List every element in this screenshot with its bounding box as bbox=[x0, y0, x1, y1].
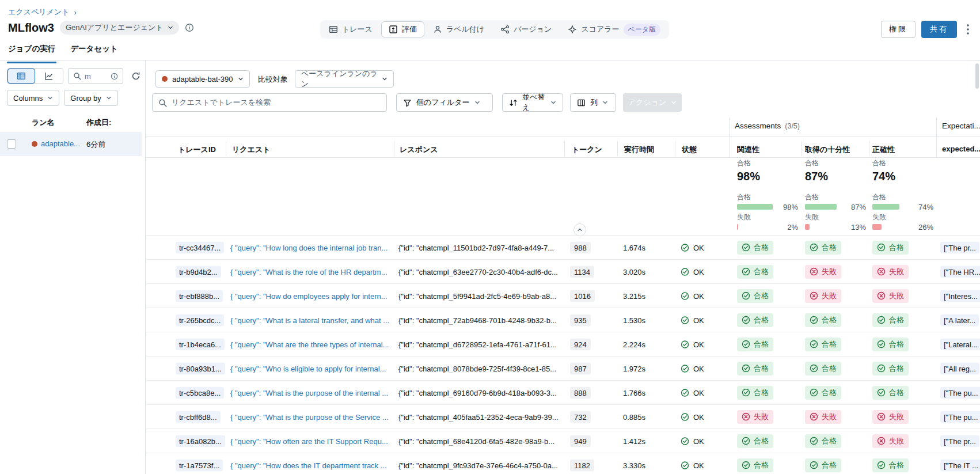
trace-id-cell[interactable]: tr-cc34467... bbox=[176, 241, 224, 253]
tab-versions[interactable]: バージョン bbox=[493, 21, 559, 37]
run-selector-dropdown[interactable]: adaptable-bat-390 bbox=[155, 70, 250, 88]
trace-id-pill[interactable]: tr-80a93b1... bbox=[176, 362, 225, 374]
table-columns-button[interactable]: 列 bbox=[570, 93, 616, 112]
request-link[interactable]: { "query": "What is a lateral transfer, … bbox=[230, 316, 389, 324]
trace-table-row[interactable]: tr-b9d4b2...{ "query": "What is the role… bbox=[146, 259, 980, 283]
request-link[interactable]: { "query": "Who is eligible to apply for… bbox=[230, 364, 386, 373]
info-icon[interactable] bbox=[111, 73, 118, 80]
filter-button-label: 個のフィルター bbox=[416, 97, 470, 108]
trace-id-pill[interactable]: tr-1a7573f... bbox=[176, 459, 223, 471]
x-circle-icon bbox=[742, 412, 750, 421]
pass-badge: 合格 bbox=[872, 386, 909, 400]
breadcrumb-link[interactable]: エクスペリメント bbox=[8, 7, 69, 17]
trace-id-pill[interactable]: tr-cc34467... bbox=[176, 241, 224, 253]
tab-evaluations[interactable]: 評価 bbox=[381, 21, 424, 37]
col-header-duration[interactable]: 実行時間 bbox=[624, 145, 654, 157]
request-link[interactable]: { "query": "What is the purpose of the i… bbox=[230, 388, 388, 397]
trace-table-row[interactable]: tr-265bcdc...{ "query": "What is a later… bbox=[146, 308, 980, 332]
trace-table-row[interactable]: tr-80a93b1...{ "query": "Who is eligible… bbox=[146, 356, 980, 380]
request-link[interactable]: { "query": "What are the three types of … bbox=[230, 340, 389, 348]
trace-id-cell[interactable]: tr-b9d4b2... bbox=[176, 266, 221, 278]
correctness-cell: 失敗 bbox=[872, 410, 909, 424]
col-header-sufficiency[interactable]: 取得の十分性 bbox=[805, 145, 850, 157]
trace-id-cell[interactable]: tr-80a93b1... bbox=[176, 362, 225, 374]
col-header-correctness[interactable]: 正確性 bbox=[872, 145, 895, 157]
trace-table-row[interactable]: tr-16a082b...{ "query": "How often are t… bbox=[146, 429, 980, 453]
run-name-link[interactable]: adaptable... bbox=[41, 139, 80, 148]
trace-id-cell[interactable]: tr-ebf888b... bbox=[176, 290, 223, 302]
badge-label: 合格 bbox=[754, 460, 769, 471]
chevron-down-icon bbox=[550, 100, 556, 105]
info-icon[interactable] bbox=[185, 23, 194, 32]
collapse-summary-button[interactable] bbox=[573, 223, 586, 236]
request-link[interactable]: { "query": "What is the purpose of the S… bbox=[230, 412, 389, 421]
trace-id-cell[interactable]: tr-c5bca8e... bbox=[176, 386, 224, 399]
sort-button[interactable]: 並べ替え bbox=[502, 93, 563, 112]
share-button[interactable]: 共有 bbox=[921, 21, 957, 38]
trace-search-placeholder: リクエストでトレースを検索 bbox=[172, 97, 271, 108]
col-header-tokens[interactable]: トークン bbox=[572, 145, 602, 157]
permissions-button[interactable]: 権限 bbox=[881, 21, 916, 38]
request-link[interactable]: { "query": "How does the IT department t… bbox=[230, 461, 387, 469]
run-search-input[interactable]: m bbox=[68, 68, 123, 84]
breadcrumb[interactable]: エクスペリメント › bbox=[8, 7, 77, 17]
trace-table-row[interactable]: tr-cc34467...{ "query": "How long does t… bbox=[146, 235, 980, 259]
response-cell: {"id": "chatcmpl_63ee2770-2c30-40b4-adf6… bbox=[398, 267, 558, 276]
trace-id-pill[interactable]: tr-c5bca8e... bbox=[176, 386, 224, 399]
trace-id-pill[interactable]: tr-b9d4b2... bbox=[176, 266, 221, 278]
tab-runs[interactable]: ジョブの実行 bbox=[8, 44, 55, 60]
columns-dropdown[interactable]: Columns bbox=[7, 90, 59, 106]
col-header-status[interactable]: 状態 bbox=[682, 145, 697, 157]
run-row[interactable]: adaptable... 6分前 bbox=[0, 132, 142, 156]
kebab-menu-icon[interactable] bbox=[963, 21, 973, 38]
groupby-dropdown[interactable]: Group by bbox=[64, 90, 117, 106]
trace-id-cell[interactable]: tr-1b4eca6... bbox=[176, 338, 225, 350]
trace-id-pill[interactable]: tr-265bcdc... bbox=[176, 314, 224, 326]
trace-id-cell[interactable]: tr-1a7573f... bbox=[176, 459, 223, 471]
trace-id-pill[interactable]: tr-16a082b... bbox=[176, 435, 225, 447]
tab-datasets[interactable]: データセット bbox=[70, 44, 118, 60]
badge-label: 失敗 bbox=[822, 267, 837, 277]
request-link[interactable]: { "query": "How often are the IT Support… bbox=[230, 437, 388, 445]
tab-labeling[interactable]: ラベル付け bbox=[426, 21, 492, 37]
request-link[interactable]: { "query": "How long does the internal j… bbox=[230, 243, 388, 252]
fail-badge: 失敗 bbox=[872, 289, 909, 303]
badge-label: 合格 bbox=[822, 242, 837, 253]
chart-view-button[interactable] bbox=[35, 69, 63, 84]
trace-table-row[interactable]: tr-1a7573f...{ "query": "How does the IT… bbox=[146, 453, 980, 474]
refresh-button[interactable] bbox=[128, 68, 144, 84]
trace-search-input[interactable]: リクエストでトレースを検索 bbox=[152, 93, 387, 112]
correctness-cell: 合格 bbox=[872, 362, 909, 376]
experiment-type-selector[interactable]: GenAIアプリとエージェント bbox=[60, 21, 179, 35]
run-checkbox[interactable] bbox=[7, 139, 16, 149]
run-color-dot bbox=[162, 76, 168, 82]
check-circle-icon bbox=[742, 316, 750, 324]
filter-button[interactable]: 個のフィルター bbox=[396, 93, 493, 112]
trace-id-cell[interactable]: tr-cbff6d8... bbox=[176, 411, 221, 423]
duration-cell: 1.766s bbox=[623, 388, 645, 397]
trace-table-row[interactable]: tr-ebf888b...{ "query": "How do employee… bbox=[146, 283, 980, 308]
list-view-button[interactable] bbox=[7, 69, 35, 84]
scrollbar-thumb[interactable] bbox=[975, 63, 979, 89]
request-link[interactable]: { "query": "What is the role of the HR d… bbox=[230, 267, 388, 276]
col-header-expected[interactable]: expected... bbox=[942, 145, 980, 157]
pass-badge: 合格 bbox=[805, 241, 841, 255]
tab-scorers[interactable]: スコアラー ベータ版 bbox=[560, 21, 668, 37]
trace-table-row[interactable]: tr-c5bca8e...{ "query": "What is the pur… bbox=[146, 380, 980, 404]
trace-id-pill[interactable]: tr-1b4eca6... bbox=[176, 338, 225, 350]
trace-id-cell[interactable]: tr-265bcdc... bbox=[176, 314, 224, 326]
tab-traces[interactable]: トレース bbox=[321, 21, 380, 37]
trace-table-row[interactable]: tr-cbff6d8...{ "query": "What is the pur… bbox=[146, 404, 980, 429]
trace-id-pill[interactable]: tr-cbff6d8... bbox=[176, 411, 221, 423]
col-header-trace-id[interactable]: トレースID bbox=[178, 145, 216, 157]
baseline-selector-dropdown[interactable]: ベースラインランのラン bbox=[295, 70, 394, 88]
trace-id-pill[interactable]: tr-ebf888b... bbox=[176, 290, 223, 302]
col-header-relevance[interactable]: 関連性 bbox=[737, 145, 759, 157]
request-link[interactable]: { "query": "How do employees apply for i… bbox=[230, 291, 388, 300]
col-header-request[interactable]: リクエスト bbox=[232, 145, 271, 157]
badge-label: 合格 bbox=[754, 339, 769, 350]
trace-id-cell[interactable]: tr-16a082b... bbox=[176, 435, 225, 447]
check-circle-icon bbox=[742, 291, 750, 300]
trace-table-row[interactable]: tr-1b4eca6...{ "query": "What are the th… bbox=[146, 332, 980, 356]
col-header-response[interactable]: レスポンス bbox=[400, 145, 438, 157]
